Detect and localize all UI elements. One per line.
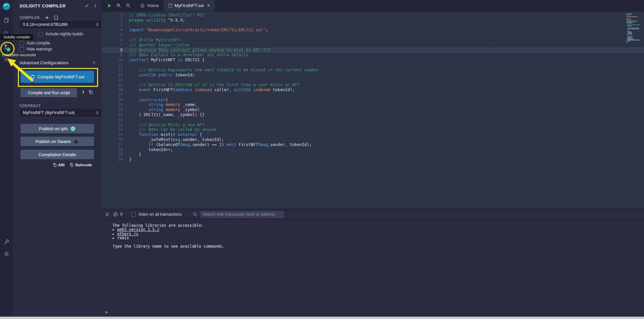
zoom-in-icon[interactable] [116,3,121,8]
collapse-chevron-icon[interactable] [94,3,97,9]
run-script-icon[interactable] [107,3,112,8]
code-line[interactable]: 4import "@openzeppelin/contracts/token/E… [102,28,644,33]
terminal-prompt[interactable]: > [105,310,108,315]
copy-abi-button[interactable]: ABI [53,163,65,167]
minimap-line [626,28,640,28]
code-line[interactable]: 26 _safeMint(msg.sender, tokenId); [102,137,644,142]
terminal-library-item[interactable]: web3 version 1.5.2 [117,227,644,232]
code-line[interactable]: 8/// @notice This contract allows anyone… [102,48,644,53]
compile-and-run-button[interactable]: Compile and Run script [21,88,77,97]
code-line[interactable]: 11 [102,63,644,68]
code-line[interactable]: 28 tokenId++; [102,147,644,152]
code-line[interactable]: 17 [102,93,644,98]
compilation-details-button[interactable]: Compilation Details [21,150,94,159]
copy-bytecode-button[interactable]: Bytecode [70,163,92,167]
code-line[interactable]: 15 /// @notice Is Emitted if it is the f… [102,82,644,87]
line-number: 10 [102,58,128,63]
code-line[interactable]: 22 [102,117,644,122]
editor-tabbar: Home MyFirstNFT.sol ✕ [102,0,644,11]
line-number: 29 [102,152,128,157]
code-line[interactable]: 5 [102,33,644,38]
compiled-check-icon [85,3,89,9]
select-arrows-icon [96,23,98,26]
main-area: Home MyFirstNFT.sol ✕ 1// SPDX-License-I… [102,0,644,319]
add-compiler-icon[interactable] [45,16,49,20]
tab-close-icon[interactable]: ✕ [207,3,210,8]
tab-strip: Home MyFirstNFT.sol ✕ [135,0,215,11]
copy-icon[interactable] [89,90,93,94]
code-line[interactable]: 27 if (balanceOf(msg.sender) == 1) emit … [102,142,644,147]
terminal-output: The following libraries are accessible: … [102,220,644,248]
line-number: 9 [102,52,128,58]
clear-console-icon[interactable] [113,212,118,217]
code-line[interactable]: 13 uint256 public tokenId; [102,73,644,78]
code-line[interactable]: 16 event FirstNFT(address indexed caller… [102,87,644,93]
code-line[interactable]: 18 constructor( [102,98,644,103]
tab-home[interactable]: Home [135,0,164,11]
minimap-line [626,40,640,40]
line-number: 24 [102,127,128,132]
code-line[interactable]: 21 ) ERC721(_name, _symbol) {} [102,112,644,117]
zoom-out-icon[interactable] [126,3,131,8]
terminal-library-item: remix [117,236,644,240]
line-number: 11 [102,63,128,68]
plugin-manager-icon[interactable] [0,239,13,245]
code-line[interactable]: 30} [102,157,644,162]
listen-all-transactions-row: listen on all transactions [131,212,182,217]
line-number: 17 [102,93,128,98]
code-line[interactable]: 29 } [102,152,644,157]
minimap-line [626,36,640,36]
line-number: 13 [102,73,128,78]
ipfs-icon [70,126,75,131]
terminal-library-list: web3 version 1.5.2ethers.jsremix [113,227,644,240]
listen-all-transactions-checkbox[interactable] [131,212,136,217]
code-line[interactable]: 10contract MyFirstNFT is ERC721 { [102,58,644,63]
code-line[interactable]: 6/// @title MyFirstNFT [102,38,644,43]
code-line[interactable]: 7/// @author Sawyer Cutler [102,43,644,48]
remix-logo[interactable] [0,2,13,11]
line-number: 6 [102,38,128,43]
code-lines[interactable]: 1// SPDX-License-Identifier: MIT2pragma … [102,13,644,162]
transaction-search-input[interactable] [200,211,284,218]
contract-select[interactable]: MyFirstNFT (MyFirstNFT.sol) [20,109,101,117]
code-line[interactable]: 23 /// @notice Mints a new NFT [102,122,644,128]
code-line[interactable]: 19 string memory _name, [102,102,644,107]
remix-ide-window: SOLIDITY COMPILER COMPILER 0.8.18+commit… [0,0,644,319]
info-icon[interactable]: i [83,89,84,95]
line-number: 21 [102,112,128,117]
code-line[interactable]: 24 /// @dev Can be called by anyone [102,127,644,132]
minimap-line [626,29,640,29]
code-line[interactable]: 20 string memory _symbol [102,107,644,112]
code-line[interactable]: 3 [102,23,644,28]
minimap-line [626,21,640,21]
code-line[interactable]: 1// SPDX-License-Identifier: MIT [102,13,644,18]
nightly-builds-checkbox[interactable] [38,32,43,36]
expand-terminal-icon[interactable] [105,212,109,216]
line-number: 12 [102,68,128,73]
code-line[interactable]: 12 /// @notice Represents the next token… [102,68,644,73]
code-editor: 1// SPDX-License-Identifier: MIT2pragma … [102,11,644,209]
file-explorer-icon[interactable] [0,17,13,23]
minimap-line [626,25,640,25]
horizontal-scrollbar[interactable] [0,317,644,319]
code-line[interactable]: 2pragma solidity ^0.8.9; [102,18,644,23]
tab-myfirstnft[interactable]: MyFirstNFT.sol ✕ [164,0,215,11]
publish-swarm-button[interactable]: Publish on Swarm [21,137,94,146]
minimap-line [626,32,640,32]
compiler-version-select[interactable]: 0.8.18+commit.87f61d96 [20,21,101,29]
line-number: 15 [102,82,128,87]
code-line[interactable]: 9/// @dev Explain to a developer any ext… [102,52,644,58]
publish-ipfs-button[interactable]: Publish on Ipfs [21,124,94,133]
code-line[interactable]: 25 function mint() external { [102,132,644,137]
settings-gear-icon[interactable] [0,251,13,257]
compiler-file-icon[interactable] [54,15,58,20]
terminal-library-item[interactable]: ethers.js [117,232,644,236]
auto-compile-checkbox[interactable] [20,41,24,45]
minimap[interactable] [626,13,640,44]
minimap-line [626,20,640,20]
tab-myfirstnft-label: MyFirstNFT.sol [175,3,204,8]
copy-icon [53,163,57,167]
code-line[interactable]: 14 [102,77,644,82]
nightly-builds-label: Include nightly builds [45,32,83,36]
copy-artifacts-row: ABI Bytecode [53,163,92,167]
